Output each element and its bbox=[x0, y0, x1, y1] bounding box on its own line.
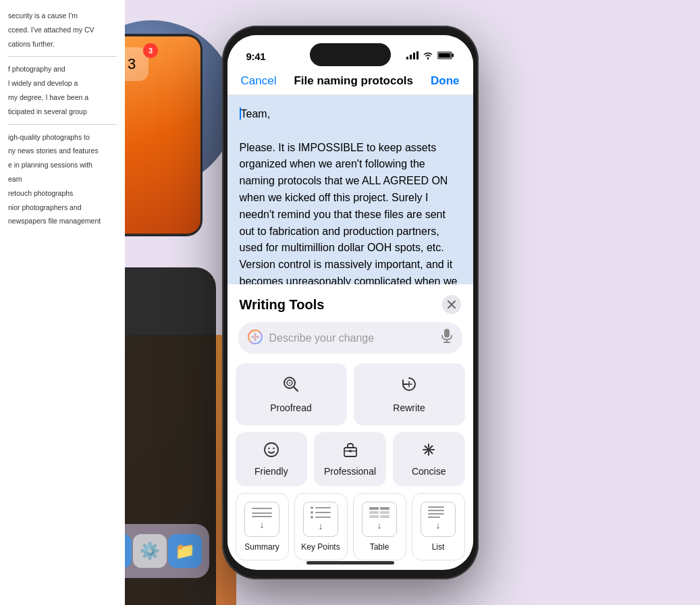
svg-line-32 bbox=[425, 452, 427, 454]
svg-line-31 bbox=[431, 446, 433, 448]
key-points-label: Key Points bbox=[301, 542, 340, 552]
svg-point-33 bbox=[427, 448, 431, 452]
status-icons bbox=[406, 51, 454, 61]
friendly-label: Friendly bbox=[254, 466, 288, 477]
proofread-icon bbox=[282, 375, 300, 397]
signal-icon bbox=[406, 51, 419, 61]
dynamic-island bbox=[310, 43, 391, 66]
proofread-button[interactable]: Proofread bbox=[236, 363, 347, 425]
friendly-button[interactable]: Friendly bbox=[236, 432, 308, 486]
cancel-button[interactable]: Cancel bbox=[241, 74, 277, 88]
rewrite-icon bbox=[400, 375, 418, 397]
key-points-icon: ↓ bbox=[303, 502, 338, 537]
svg-rect-6 bbox=[438, 53, 450, 57]
svg-rect-0 bbox=[406, 57, 408, 59]
svg-line-16 bbox=[294, 387, 298, 391]
doc-divider-2 bbox=[8, 124, 117, 125]
svg-rect-1 bbox=[410, 55, 412, 59]
rewrite-button[interactable]: Rewrite bbox=[354, 363, 465, 425]
svg-point-20 bbox=[268, 448, 269, 449]
background-document: security is a cause I'm cceed. I've atta… bbox=[0, 0, 125, 605]
table-label: Table bbox=[370, 542, 389, 552]
summary-icon: ↓ bbox=[244, 502, 279, 537]
tone-tools-row: Friendly Profession bbox=[236, 432, 465, 486]
professional-icon bbox=[342, 442, 358, 462]
nav-title: File naming protocols bbox=[294, 74, 413, 88]
rewrite-label: Rewrite bbox=[393, 402, 425, 413]
proofread-label: Proofread bbox=[270, 402, 311, 413]
summary-button[interactable]: ↓ Summary bbox=[236, 493, 289, 560]
professional-button[interactable]: Professional bbox=[314, 432, 386, 486]
svg-rect-24 bbox=[349, 450, 352, 452]
done-button[interactable]: Done bbox=[431, 74, 460, 88]
professional-label: Professional bbox=[324, 466, 376, 477]
phone-frame: 9:41 bbox=[222, 26, 479, 579]
svg-rect-3 bbox=[416, 51, 419, 59]
svg-rect-2 bbox=[413, 53, 415, 59]
list-label: List bbox=[432, 542, 445, 552]
table-button[interactable]: ↓ Table bbox=[353, 493, 406, 560]
describe-change-input[interactable]: Describe your change bbox=[238, 322, 462, 354]
phone-frame-wrapper: 9:41 bbox=[222, 26, 479, 579]
writing-tools-header: Writing Tools bbox=[227, 284, 473, 322]
phone-screen: 9:41 bbox=[227, 35, 473, 570]
table-icon: ↓ bbox=[362, 502, 397, 537]
svg-rect-5 bbox=[452, 53, 454, 57]
writing-tools-title: Writing Tools bbox=[240, 297, 325, 313]
svg-line-30 bbox=[431, 452, 433, 454]
dock-app-settings[interactable]: ⚙️ bbox=[133, 534, 167, 568]
battery-icon bbox=[437, 51, 454, 61]
main-tools-row: Proofread Rewrite bbox=[236, 363, 465, 425]
concise-icon bbox=[421, 442, 437, 462]
search-placeholder-text: Describe your change bbox=[269, 332, 434, 344]
apple-intelligence-icon bbox=[248, 330, 263, 347]
text-content: Team,Please. It is IMPOSSIBLE to keep as… bbox=[240, 108, 458, 284]
mic-button[interactable] bbox=[441, 329, 453, 347]
doc-divider bbox=[8, 56, 117, 57]
concise-button[interactable]: Concise bbox=[393, 432, 465, 486]
concise-label: Concise bbox=[412, 466, 446, 477]
friendly-icon bbox=[263, 442, 279, 462]
tools-grid: Proofread Rewrite bbox=[227, 363, 473, 560]
bg-phone-badge: 3 bbox=[143, 43, 158, 58]
format-tools-row: ↓ Summary ↓ bbox=[236, 493, 465, 560]
list-icon: ↓ bbox=[421, 502, 456, 537]
writing-tools-panel: Writing Tools bbox=[227, 284, 473, 560]
dock-app-files[interactable]: 📁 bbox=[168, 534, 202, 568]
key-points-button[interactable]: ↓ Key Points bbox=[294, 493, 348, 560]
status-time: 9:41 bbox=[246, 51, 266, 62]
nav-bar: Cancel File naming protocols Done bbox=[227, 69, 473, 95]
svg-line-29 bbox=[425, 446, 427, 448]
list-button[interactable]: ↓ List bbox=[412, 493, 465, 560]
svg-rect-10 bbox=[444, 329, 450, 338]
text-content-area[interactable]: Team,Please. It is IMPOSSIBLE to keep as… bbox=[227, 95, 473, 284]
svg-point-19 bbox=[265, 443, 278, 456]
wifi-icon bbox=[423, 51, 433, 61]
home-indicator bbox=[306, 561, 394, 564]
svg-point-15 bbox=[289, 382, 290, 384]
status-bar: 9:41 bbox=[227, 35, 473, 69]
close-button[interactable] bbox=[442, 295, 461, 314]
summary-label: Summary bbox=[244, 542, 279, 552]
svg-point-21 bbox=[273, 448, 274, 449]
